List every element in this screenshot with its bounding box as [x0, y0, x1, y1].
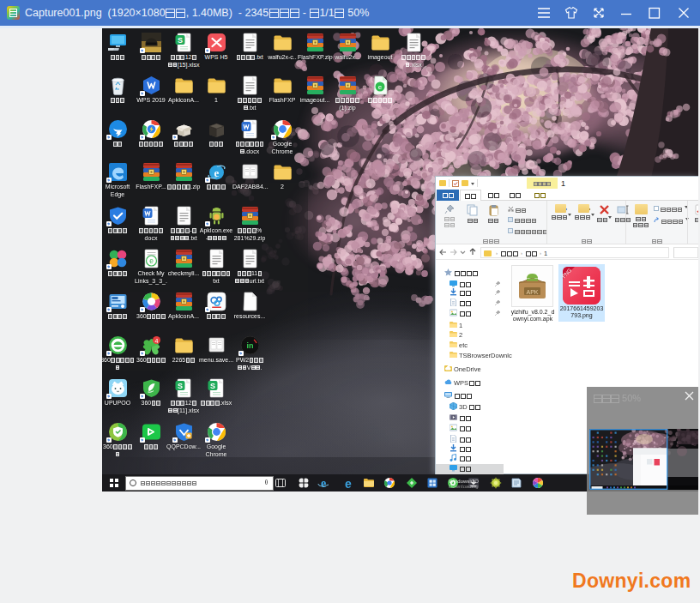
svg-text:e: e — [377, 83, 382, 91]
svg-text:e: e — [214, 166, 219, 179]
svg-text:e: e — [345, 477, 352, 489]
svg-text:in: in — [246, 341, 253, 350]
svg-text:S: S — [209, 382, 214, 390]
svg-text:e: e — [149, 256, 154, 265]
svg-text:S: S — [177, 36, 182, 45]
svg-text:APK: APK — [526, 289, 538, 295]
svg-text:e: e — [321, 477, 326, 489]
svg-text:4: 4 — [154, 338, 158, 344]
svg-text:S: S — [177, 382, 182, 390]
